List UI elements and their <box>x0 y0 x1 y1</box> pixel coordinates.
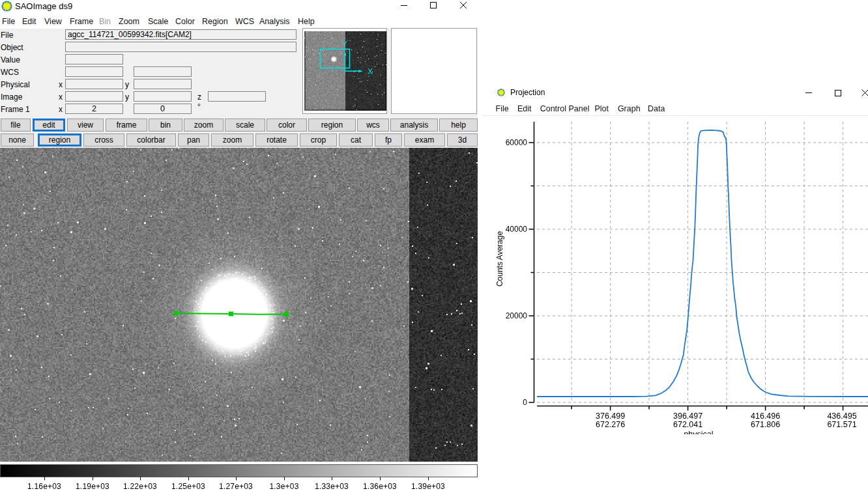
svg-text:672.276: 672.276 <box>596 420 625 429</box>
svg-text:672.041: 672.041 <box>673 420 702 429</box>
svg-text:40000: 40000 <box>506 225 528 234</box>
svg-text:671.806: 671.806 <box>751 420 780 429</box>
svg-text:Y: Y <box>342 40 347 49</box>
svg-text:396.497: 396.497 <box>673 412 702 421</box>
svg-text:436.495: 436.495 <box>827 412 856 421</box>
svg-text:0: 0 <box>523 398 527 407</box>
svg-text:416.496: 416.496 <box>751 412 780 421</box>
svg-text:671.571: 671.571 <box>827 420 856 429</box>
svg-text:20000: 20000 <box>506 311 528 320</box>
svg-text:376.499: 376.499 <box>596 412 625 421</box>
svg-text:X: X <box>368 67 373 76</box>
svg-text:physical: physical <box>684 430 713 434</box>
svg-text:60000: 60000 <box>506 138 528 147</box>
svg-text:Counts Average: Counts Average <box>495 231 504 287</box>
